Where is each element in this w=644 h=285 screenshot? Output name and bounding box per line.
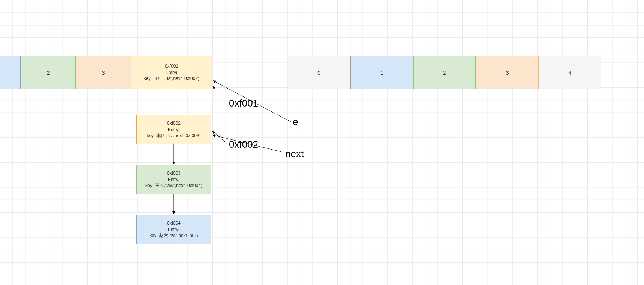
- entry-addr: 0xf003: [167, 170, 181, 177]
- entry-body: key=赵六,"zs",next=null): [149, 232, 198, 239]
- entry-type: Entry(: [168, 226, 180, 233]
- right-cell-1: 1: [351, 56, 413, 89]
- cell-label: 2: [47, 69, 50, 76]
- entry-body: key=李四,"ls",next=0xf003): [147, 133, 200, 139]
- label-addr2: 0xf002: [229, 139, 258, 150]
- entry-body: key=王五,"ww",next=0xf004): [145, 183, 202, 189]
- right-cell-2: 2: [413, 56, 476, 89]
- right-cell-4: 4: [539, 56, 601, 89]
- svg-line-2: [212, 131, 227, 144]
- left-cell-3: 3: [76, 56, 131, 89]
- cell-label: 1: [380, 69, 383, 76]
- diagram-stage: 2 3 0xf001 Entry( key：张三,"ls",next=0xf00…: [0, 0, 644, 285]
- left-cell-partial: [0, 56, 21, 89]
- right-cell-3: 3: [476, 56, 539, 89]
- entry-type: Entry(: [168, 127, 180, 133]
- entry-addr: 0xf002: [167, 120, 181, 127]
- left-cell-2: 2: [21, 56, 76, 89]
- entry-type: Entry(: [166, 69, 178, 76]
- entry-body: key：张三,"ls",next=0xf002): [144, 75, 199, 82]
- entry-4: 0xf004 Entry( key=赵六,"zs",next=null): [136, 215, 211, 244]
- cell-label: 4: [568, 69, 571, 76]
- right-cell-0: 0: [288, 56, 351, 89]
- label-next: next: [285, 148, 304, 160]
- cell-label: 3: [102, 69, 105, 76]
- label-addr1: 0xf001: [229, 98, 258, 109]
- entry-addr: 0xf001: [165, 63, 178, 69]
- label-e: e: [293, 116, 298, 128]
- entry-type: Entry(: [168, 177, 180, 183]
- cell-label: 3: [506, 69, 509, 76]
- entry-3: 0xf003 Entry( key=王五,"ww",next=0xf004): [136, 165, 211, 194]
- left-cell-entry: 0xf001 Entry( key：张三,"ls",next=0xf002): [131, 56, 212, 89]
- cell-label: 2: [443, 69, 446, 76]
- svg-line-0: [213, 86, 227, 100]
- entry-addr: 0xf004: [167, 220, 181, 226]
- arrows-layer: [0, 0, 644, 285]
- cell-label: 0: [317, 69, 320, 76]
- entry-2: 0xf002 Entry( key=李四,"ls",next=0xf003): [136, 115, 211, 144]
